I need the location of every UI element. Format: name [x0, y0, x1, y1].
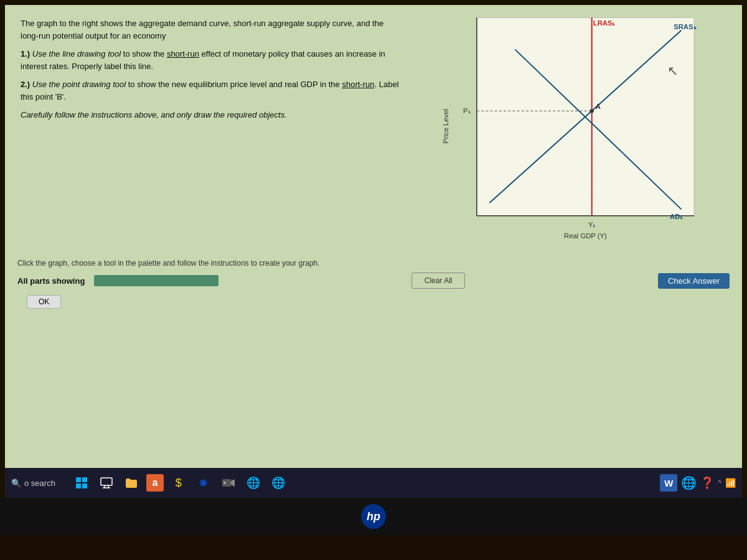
taskbar-monitor-icon[interactable] [96, 473, 116, 493]
taskbar-search: 🔍 o search [11, 478, 55, 488]
taskbar-video-icon[interactable] [218, 473, 238, 493]
svg-rect-11 [76, 483, 81, 488]
taskbar-right: W 🌐 ❓ ^ 📶 [660, 474, 736, 492]
economics-graph: LRAS₁ SRAS₁ AD₁ P [410, 11, 736, 248]
svg-marker-18 [231, 479, 235, 487]
content-area: The graph to the right shows the aggrega… [5, 5, 742, 468]
taskbar-dollar-icon[interactable]: $ [169, 473, 189, 493]
taskbar-folder-icon[interactable] [121, 473, 141, 493]
taskbar-windows-icon[interactable] [72, 473, 92, 493]
svg-rect-10 [82, 477, 87, 482]
svg-point-19 [223, 482, 226, 484]
a-label: A [596, 103, 601, 110]
price-level-label: Price Level [442, 109, 449, 144]
ok-row: OK [17, 292, 730, 309]
taskbar-a-icon[interactable]: a [146, 474, 164, 492]
svg-rect-13 [101, 478, 112, 485]
taskbar-question-icon[interactable]: ❓ [700, 476, 714, 490]
lras-label: LRAS₁ [593, 19, 616, 27]
taskbar-network-icon: 📶 [725, 478, 736, 488]
taskbar-edge-icon[interactable]: 🌐 [681, 475, 697, 490]
taskbar-chrome2-icon[interactable]: 🌐 [268, 473, 288, 493]
question-panel: The graph to the right shows the aggrega… [11, 11, 410, 248]
step1-text: 1.) Use the line drawing tool to show th… [21, 48, 400, 72]
step2-text: 2.) Use the point drawing tool to show t… [21, 78, 400, 103]
note-text: Carefully follow the instructions above,… [21, 109, 400, 121]
search-icon: 🔍 [11, 478, 21, 488]
top-section: The graph to the right shows the aggrega… [11, 11, 736, 248]
cursor-icon: ↖ [667, 63, 679, 78]
svg-rect-9 [76, 477, 81, 482]
intro-text: The graph to the right shows the aggrega… [21, 17, 400, 42]
ad-label: AD₁ [670, 213, 683, 220]
ok-button[interactable]: OK [27, 295, 61, 309]
graph-container[interactable]: LRAS₁ SRAS₁ AD₁ P [410, 11, 736, 248]
real-gdp-label: Real GDP (Y) [564, 232, 607, 240]
click-instruction: Click the graph, choose a tool in the pa… [17, 259, 730, 268]
clear-all-button[interactable]: Clear All [411, 273, 466, 289]
controls-row: All parts showing Clear All Check Answer [17, 273, 730, 289]
hp-logo-area: hp [0, 498, 747, 535]
taskbar-dropbox-icon[interactable]: ❋ [194, 473, 214, 493]
sras-label: SRAS₁ [674, 23, 696, 30]
all-parts-label: All parts showing [17, 276, 85, 286]
laptop-bezel: The graph to the right shows the aggrega… [0, 0, 747, 498]
short-run-underline1: short-run [167, 49, 199, 58]
step2-label: 2.) Use the point drawing tool to show t… [21, 80, 399, 101]
progress-bar [94, 275, 218, 286]
y1-label: Y₁ [588, 221, 596, 228]
bottom-bar [0, 535, 747, 560]
taskbar-word-icon[interactable]: W [660, 474, 677, 492]
taskbar-chrome-icon[interactable]: 🌐 [243, 473, 263, 493]
screen: The graph to the right shows the aggrega… [0, 0, 747, 560]
p1-label: P₁ [463, 107, 471, 114]
search-label: o search [24, 478, 55, 488]
bottom-section: Click the graph, choose a tool in the pa… [11, 254, 736, 314]
check-answer-button[interactable]: Check Answer [658, 273, 730, 289]
svg-rect-12 [82, 483, 87, 488]
short-run-underline2: short-run [342, 80, 374, 89]
step1-label: 1.) Use the line drawing tool to show th… [21, 49, 385, 71]
taskbar: 🔍 o search [5, 468, 742, 498]
taskbar-chevron-up-icon[interactable]: ^ [718, 478, 721, 487]
point-a [590, 109, 594, 113]
hp-logo: hp [361, 504, 386, 529]
taskbar-icons: a $ ❋ 🌐 🌐 [72, 473, 288, 493]
